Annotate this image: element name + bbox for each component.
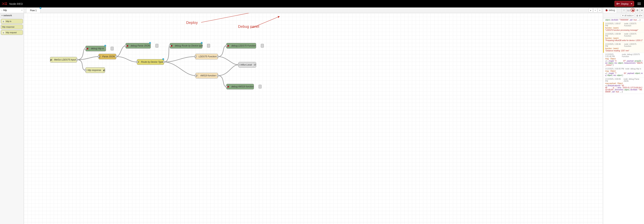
debug-message[interactable]: 1/12/2025, 1:00:46 PMnode: LDDS75 Functi… (603, 43, 644, 53)
main-menu-button[interactable] (636, 0, 642, 7)
debug-toggle-button[interactable] (261, 44, 264, 48)
flow-canvas[interactable]: ◐MetSci LDDS75 Input 🐞debug http in http… (24, 13, 603, 224)
caret-down-icon (631, 3, 632, 4)
caret-down-icon: ▾ (632, 15, 633, 17)
debug-message[interactable]: 1/12/2025, 1:00:08 PMnode: LDDS75 Functi… (603, 32, 644, 43)
caret-down-icon: ▾ (641, 15, 642, 17)
deploy-label: Deploy (621, 3, 628, 5)
debug-clear-button[interactable]: 🗑all▾ (635, 14, 643, 17)
debug-message[interactable]: object, devAddr: "78000006", adr: true …… (603, 18, 644, 22)
sidebar-dropdown-button[interactable]: ▾ (640, 8, 644, 13)
filter-icon: ▼ (622, 15, 624, 17)
deploy-button[interactable]: Deploy (614, 1, 634, 6)
sidebar-config-button[interactable]: ⚙ (635, 8, 640, 13)
svg-rect-4 (618, 4, 620, 4)
nodered-logo-icon (2, 2, 8, 5)
globe-icon: ◐ (2, 31, 5, 34)
globe-icon: ◐ (2, 20, 5, 23)
tab-list-button[interactable]: ▸ (589, 8, 593, 12)
node-debug-route[interactable]: 🐞debug Route by Device type (170, 43, 202, 49)
debug-toggle-button[interactable] (111, 47, 114, 50)
node-debug-parse-json[interactable]: 🐞debug Parse JSON (126, 43, 151, 49)
palette-node-http-response[interactable]: http response (1, 25, 23, 29)
node-ldds75-function[interactable]: ƒLDDS75 Function (195, 54, 218, 59)
palette-search: ⌕ × (0, 8, 24, 13)
debug-message[interactable]: 1/12/2025, 1:00:07 PMnode: LDDS75 Functi… (603, 22, 644, 32)
search-icon: ⌕ (1, 9, 2, 12)
sidebar-tab-debug[interactable]: 🐞 debug (603, 8, 617, 13)
globe-icon: ◐ (103, 68, 105, 73)
globe-icon: ◐ (50, 57, 52, 62)
palette-node-http-request[interactable]: ◐http request (1, 30, 23, 35)
svg-rect-0 (5, 3, 7, 3)
node-parse-json[interactable]: {}Parse JSON (98, 54, 116, 59)
debug-messages[interactable]: object, devAddr: "78000006", adr: true …… (603, 18, 644, 224)
svg-rect-1 (5, 4, 7, 5)
bug-icon: 🐞 (605, 9, 608, 12)
svg-rect-2 (616, 3, 618, 4)
debug-toggle-button[interactable] (156, 44, 158, 48)
node-debug-http-in[interactable]: 🐞debug http in (86, 46, 106, 51)
annotation-circle (631, 8, 635, 12)
tab-menu-button[interactable]: ≡ (598, 8, 602, 12)
annotation-debug-label: Debug panel (238, 24, 259, 29)
flow-tabs: Flow 1 ▸ + ≡ (24, 8, 603, 13)
debug-message[interactable]: 1/12/2025, 1:01:46 PMnode: debug LDDS75 … (603, 53, 644, 67)
deploy-icon (616, 3, 620, 5)
palette-sidebar: ⌕ × network ◐http in http response ◐http… (0, 8, 24, 224)
sidebar-help-button[interactable]: 📖 (626, 8, 630, 13)
tab-add-button[interactable]: + (593, 8, 597, 12)
debug-toolbar: ▼all nodes▾ 🗑all▾ (603, 13, 644, 18)
debug-filter-button[interactable]: ▼all nodes▾ (621, 14, 634, 17)
node-debug-am319[interactable]: 🐞debug AM319 function (226, 84, 254, 89)
node-route-by-device[interactable]: ⤭Route by Device Type (137, 59, 164, 65)
node-metsci-input[interactable]: ◐MetSci LDDS75 Input (50, 57, 77, 63)
clear-search-icon[interactable]: × (21, 9, 22, 12)
debug-toggle-button[interactable] (207, 44, 210, 48)
node-http-response[interactable]: http response◐ (86, 67, 105, 73)
node-influx-local[interactable]: Influx Local⛁ (238, 62, 256, 68)
svg-line-5 (201, 13, 266, 23)
sidebar-header: 🐞 debug i 📖 🐞 ⚙ ▾ (603, 8, 644, 13)
trash-icon: 🗑 (636, 15, 638, 17)
palette-node-http-in[interactable]: ◐http in (1, 19, 23, 24)
node-am319-function[interactable]: ƒAM319 function (196, 73, 218, 78)
debug-toggle-button[interactable] (258, 85, 262, 89)
workspace: Flow 1 ▸ + ≡ (24, 8, 603, 224)
palette-category-network[interactable]: network (0, 13, 24, 18)
debug-message[interactable]: 1/12/2025, 3:00:05 PMnode: debug Parse J… (603, 78, 644, 94)
app-title: Node-RED (9, 2, 23, 6)
svg-line-6 (252, 17, 280, 28)
palette-search-input[interactable] (3, 9, 21, 12)
svg-rect-3 (616, 4, 618, 5)
node-debug-ldds75[interactable]: 🐞debug LDDS75 Function (226, 43, 256, 49)
tab-flow-1[interactable]: Flow 1 (26, 8, 40, 13)
annotation-deploy-label: Deploy (186, 21, 198, 25)
app-header: Node-RED Deploy (0, 0, 644, 8)
debug-message[interactable]: 1/12/2025, 3:00:05 PMnode: debug http in… (603, 67, 644, 78)
sidebar-debug-button[interactable]: 🐞 (630, 8, 635, 13)
debug-sidebar: 🐞 debug i 📖 🐞 ⚙ ▾ ▼all nodes▾ 🗑all▾ obje… (603, 8, 644, 224)
database-icon: ⛁ (254, 62, 256, 67)
sidebar-info-button[interactable]: i (622, 8, 626, 13)
unsaved-changes-dot-icon (40, 7, 42, 9)
